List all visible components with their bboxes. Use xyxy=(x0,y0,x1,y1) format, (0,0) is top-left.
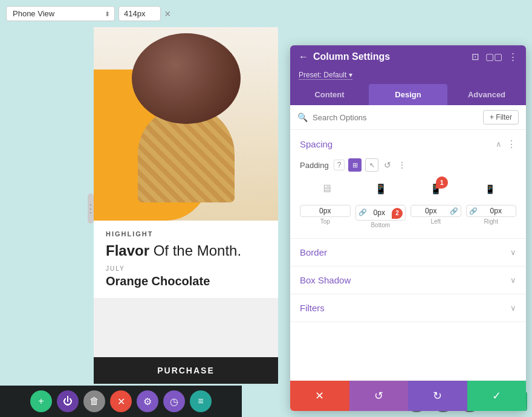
reset-icon[interactable]: ↺ xyxy=(382,160,393,170)
tab-advanced[interactable]: Advanced xyxy=(447,84,526,105)
left-input[interactable]: 0px xyxy=(414,207,449,215)
split-icon[interactable]: ▢▢ xyxy=(485,51,502,62)
ice-cream-scoop xyxy=(132,33,241,124)
more-padding-icon[interactable]: ⋮ xyxy=(397,160,407,170)
right-link-icon[interactable]: 🔗 xyxy=(469,207,478,215)
cursor-icon[interactable]: ↖ xyxy=(365,158,378,172)
bottom-toolbar: + ⏻ 🗑 ✕ ⚙ ◷ ≡ xyxy=(0,386,242,417)
clock-icon: ◷ xyxy=(170,396,178,407)
spacing-section-header[interactable]: Spacing ∧ ⋮ xyxy=(290,130,526,158)
box-shadow-section: Box Shadow ∨ xyxy=(290,267,526,294)
filters-section-header[interactable]: Filters ∨ xyxy=(290,294,526,322)
right-input[interactable]: 0px xyxy=(479,207,514,215)
right-label: Right xyxy=(484,218,498,225)
panel-title: Column Settings xyxy=(313,51,467,62)
panel-footer: ✕ ↺ ↻ ✓ xyxy=(290,380,526,411)
padding-label: Padding xyxy=(300,161,329,170)
purchase-bar[interactable]: PURCHASE xyxy=(94,357,278,384)
tab-design[interactable]: Design xyxy=(369,84,447,105)
left-label: Left xyxy=(430,218,441,225)
flavor-name: Orange Chocolate xyxy=(106,274,266,288)
spacing-chevron-icon: ∧ xyxy=(496,140,502,149)
cancel-footer-icon: ✕ xyxy=(315,389,324,402)
plus-icon: + xyxy=(38,396,44,407)
cancel-footer-button[interactable]: ✕ xyxy=(290,381,349,411)
panel-preset[interactable]: Preset: Default ▾ xyxy=(290,68,526,84)
settings-icon: ⚙ xyxy=(143,396,152,407)
spacing-header-right: ∧ ⋮ xyxy=(496,138,516,150)
values-row: 0px Top 🔗 0px 2 xyxy=(300,205,516,228)
border-title: Border xyxy=(300,247,327,257)
add-button[interactable]: + xyxy=(30,390,52,412)
phone-icon-active[interactable]: 📱 1 xyxy=(430,183,442,195)
bottom-input[interactable]: 0px xyxy=(368,208,391,217)
redo-footer-button[interactable]: ↻ xyxy=(408,381,467,411)
padding-box-icon[interactable]: ⊞ xyxy=(348,158,362,172)
top-input[interactable]: 0px xyxy=(303,207,348,215)
panel-body: Spacing ∧ ⋮ Padding ? ⊞ ↖ ↺ ⋮ xyxy=(290,130,526,380)
more-icon[interactable]: ⋮ xyxy=(508,51,517,62)
settings-panel: ← Column Settings ⊡ ▢▢ ⋮ Preset: Default… xyxy=(290,45,526,411)
bottom-link-icon[interactable]: 🔗 xyxy=(358,208,367,216)
bottom-label: Bottom xyxy=(371,222,390,228)
border-chevron-icon: ∨ xyxy=(510,248,516,257)
filters-section: Filters ∨ xyxy=(290,294,526,322)
phone-sm-icon[interactable]: 📱 xyxy=(485,184,495,194)
close-canvas-icon: ✕ xyxy=(117,396,125,407)
month-label: JULY xyxy=(106,265,266,272)
phone-view-select[interactable]: Phone View xyxy=(6,6,115,21)
undo-footer-button[interactable]: ↺ xyxy=(349,381,409,411)
flavor-light: Of the Month. xyxy=(149,242,241,259)
left-link-icon[interactable]: 🔗 xyxy=(450,207,458,215)
spacing-section: Spacing ∧ ⋮ Padding ? ⊞ ↖ ↺ ⋮ xyxy=(290,130,526,239)
desktop-icon[interactable]: 🖥 xyxy=(321,183,332,195)
left-value-group: 0px 🔗 Left xyxy=(410,205,461,228)
clock-button[interactable]: ◷ xyxy=(163,390,185,412)
px-input[interactable] xyxy=(118,6,161,21)
phone-view-select-wrap[interactable]: Phone View xyxy=(6,6,115,21)
power-button[interactable]: ⏻ xyxy=(57,390,79,412)
close-button[interactable]: × xyxy=(164,8,171,19)
panel-header: ← Column Settings ⊡ ▢▢ ⋮ xyxy=(290,45,526,68)
tablet-icon[interactable]: 📱 xyxy=(375,183,387,195)
panel-tabs: Content Design Advanced xyxy=(290,84,526,105)
search-options-icon: 🔍 xyxy=(297,112,308,122)
trash-button[interactable]: 🗑 xyxy=(83,390,105,412)
right-value-group: 🔗 0px Right xyxy=(466,205,517,228)
back-button[interactable]: ← xyxy=(299,51,308,62)
power-icon: ⏻ xyxy=(63,396,73,407)
top-value-group: 0px Top xyxy=(300,205,351,228)
canvas-inner: HIGHLIGHT Flavor Of the Month. JULY Oran… xyxy=(94,27,278,384)
badge-2: 2 xyxy=(392,208,403,219)
box-shadow-chevron-icon: ∨ xyxy=(510,276,516,285)
border-header-right: ∨ xyxy=(510,248,516,257)
filter-button[interactable]: + Filter xyxy=(483,110,519,124)
flavor-heading: Flavor Of the Month. xyxy=(106,242,266,259)
box-shadow-section-header[interactable]: Box Shadow ∨ xyxy=(290,267,526,294)
spacing-title: Spacing xyxy=(300,139,332,149)
badge-1: 1 xyxy=(436,176,448,189)
tab-content[interactable]: Content xyxy=(290,84,369,105)
panel-search: 🔍 + Filter xyxy=(290,105,526,130)
flavor2-bold: Orange xyxy=(106,274,148,288)
settings-button[interactable]: ⚙ xyxy=(137,390,158,412)
preset-label: Preset: Default ▾ xyxy=(299,71,352,80)
border-section-header[interactable]: Border ∨ xyxy=(290,239,526,266)
adjust-button[interactable]: ≡ xyxy=(190,390,212,412)
flavor2-light: Chocolate xyxy=(148,274,210,288)
spacing-content: Padding ? ⊞ ↖ ↺ ⋮ 🖥 📱 📱 1 xyxy=(290,158,526,238)
close-canvas-button[interactable]: ✕ xyxy=(110,390,132,412)
spacing-dots-icon[interactable]: ⋮ xyxy=(507,138,516,150)
border-section: Border ∨ xyxy=(290,239,526,267)
minimize-icon[interactable]: ⊡ xyxy=(472,51,479,62)
drag-handle[interactable] xyxy=(88,193,94,224)
trash-icon: 🗑 xyxy=(89,396,99,407)
padding-row: Padding ? ⊞ ↖ ↺ ⋮ xyxy=(300,158,516,172)
highlight-label: HIGHLIGHT xyxy=(106,230,266,238)
canvas-area: HIGHLIGHT Flavor Of the Month. JULY Oran… xyxy=(94,27,278,384)
save-footer-button[interactable]: ✓ xyxy=(467,381,527,411)
redo-footer-icon: ↻ xyxy=(433,389,442,402)
help-circle-icon[interactable]: ? xyxy=(334,160,345,170)
box-shadow-title: Box Shadow xyxy=(300,275,351,285)
search-options-input[interactable] xyxy=(313,113,478,122)
